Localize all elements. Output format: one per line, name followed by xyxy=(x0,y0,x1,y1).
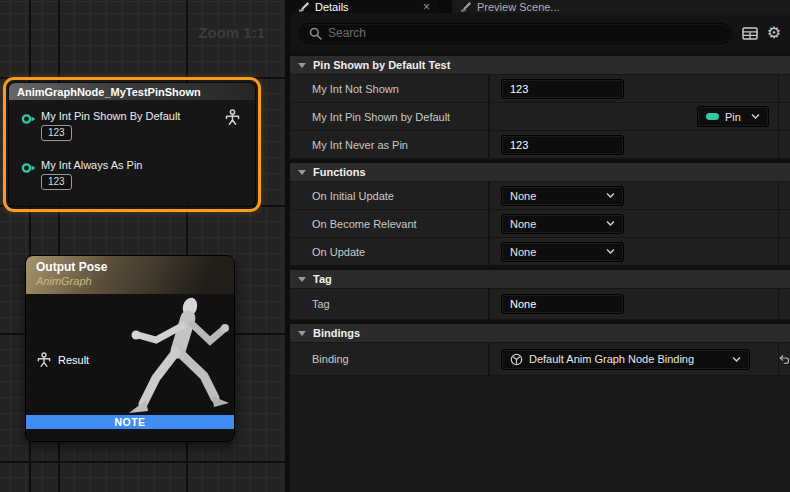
chevron-down-icon xyxy=(606,221,615,226)
on-update-dropdown[interactable]: None xyxy=(501,242,624,262)
property-row-on-initial-update: On Initial Update None xyxy=(290,182,790,210)
property-label: My Int Not Shown xyxy=(290,75,490,102)
tag-input[interactable] xyxy=(501,294,624,314)
note-badge[interactable]: NOTE xyxy=(26,415,234,429)
tab-label: Preview Scene... xyxy=(477,1,560,13)
chevron-down-icon xyxy=(606,193,615,198)
tab-separator xyxy=(438,0,452,13)
pin-row: My Int Always As Pin 123 xyxy=(9,141,255,190)
chevron-down-icon xyxy=(298,331,306,336)
dropdown-value: None xyxy=(510,246,600,258)
property-label: Tag xyxy=(290,289,490,319)
reset-to-default-icon[interactable] xyxy=(779,353,790,366)
category-title: Tag xyxy=(313,273,332,285)
pin-pill-icon xyxy=(706,113,719,120)
running-mannequin-image xyxy=(112,294,232,429)
property-label: My Int Never as Pin xyxy=(290,131,490,158)
binding-dropdown[interactable]: Default Anim Graph Node Binding xyxy=(501,349,750,370)
my-int-never-as-pin-input[interactable] xyxy=(501,135,624,155)
node-anim-graph-test[interactable]: AnimGraphNode_MyTestPinShown My Int Pin … xyxy=(3,77,261,212)
node-output-pose[interactable]: Output Pose AnimGraph xyxy=(25,255,235,442)
int-pin-icon[interactable] xyxy=(21,162,37,174)
category-title: Bindings xyxy=(313,327,360,339)
gear-icon[interactable]: ⚙ xyxy=(767,25,781,41)
dropdown-value: Default Anim Graph Node Binding xyxy=(529,353,726,365)
details-pen-icon xyxy=(460,1,472,12)
property-row-on-become-relevant: On Become Relevant None xyxy=(290,210,790,238)
chevron-down-icon xyxy=(751,114,760,119)
pose-pin-icon[interactable] xyxy=(224,109,241,126)
search-icon xyxy=(309,27,322,40)
property-label: Binding xyxy=(290,343,490,375)
pin-value-box[interactable]: 123 xyxy=(41,125,72,141)
tab-bar: Details × Preview Scene... xyxy=(290,0,790,13)
chevron-down-icon xyxy=(606,249,615,254)
on-initial-update-dropdown[interactable]: None xyxy=(501,186,624,206)
tab-label: Details xyxy=(315,1,418,13)
property-row-my-int-not-shown: My Int Not Shown xyxy=(290,75,790,103)
search-field[interactable] xyxy=(299,23,732,44)
node-subtitle: AnimGraph xyxy=(36,275,224,288)
property-label: On Update xyxy=(290,238,490,265)
pin-value-box[interactable]: 123 xyxy=(41,174,72,190)
close-icon[interactable]: × xyxy=(423,2,430,12)
pin-label: My Int Pin Shown By Default xyxy=(41,110,245,122)
node-title: Output Pose xyxy=(36,260,224,275)
details-panel: Details × Preview Scene... xyxy=(285,0,790,492)
dropdown-value: Pin xyxy=(725,111,745,123)
dropdown-value: None xyxy=(510,190,600,202)
binding-class-icon xyxy=(510,353,523,366)
chevron-down-icon xyxy=(732,357,741,362)
property-label: On Become Relevant xyxy=(290,210,490,237)
details-pen-icon xyxy=(298,1,310,12)
tab-preview-scene[interactable]: Preview Scene... xyxy=(452,0,790,13)
pin-label: My Int Always As Pin xyxy=(41,159,245,171)
category-title: Functions xyxy=(313,166,366,178)
property-row-on-update: On Update None xyxy=(290,238,790,266)
result-pin[interactable]: Result xyxy=(36,352,89,368)
tab-details[interactable]: Details × xyxy=(290,0,438,13)
category-bindings[interactable]: Bindings xyxy=(290,324,790,343)
property-row-tag: Tag xyxy=(290,289,790,320)
chevron-down-icon xyxy=(298,277,306,282)
category-functions[interactable]: Functions xyxy=(290,163,790,182)
view-options-icon[interactable] xyxy=(742,27,758,40)
search-row: ⚙ xyxy=(290,13,790,53)
node-header[interactable]: Output Pose AnimGraph xyxy=(26,256,234,294)
int-pin-icon[interactable] xyxy=(21,113,37,125)
search-input[interactable] xyxy=(328,26,722,40)
dropdown-value: None xyxy=(510,218,600,230)
category-pin-shown-by-default-test[interactable]: Pin Shown by Default Test xyxy=(290,56,790,75)
anim-graph-canvas[interactable]: Zoom 1:1 AnimGraphNode_MyTestPinShown My… xyxy=(0,0,285,492)
property-row-my-int-pin-shown-by-default: My Int Pin Shown by Default Pin xyxy=(290,103,790,131)
my-int-not-shown-input[interactable] xyxy=(501,79,624,99)
chevron-down-icon xyxy=(298,170,306,175)
property-row-binding: Binding Default Anim Graph Node Binding xyxy=(290,343,790,376)
on-become-relevant-dropdown[interactable]: None xyxy=(501,214,624,234)
node-body: AnimGraphNode_MyTestPinShown My Int Pin … xyxy=(8,82,256,207)
property-label: On Initial Update xyxy=(290,182,490,209)
category-title: Pin Shown by Default Test xyxy=(313,59,450,71)
pose-pin-icon xyxy=(36,352,52,368)
chevron-down-icon xyxy=(298,63,306,68)
zoom-level-label: Zoom 1:1 xyxy=(198,24,265,41)
app-window: Zoom 1:1 AnimGraphNode_MyTestPinShown My… xyxy=(0,0,790,492)
node-title[interactable]: AnimGraphNode_MyTestPinShown xyxy=(9,83,255,100)
property-row-my-int-never-as-pin: My Int Never as Pin xyxy=(290,131,790,159)
category-tag[interactable]: Tag xyxy=(290,270,790,289)
node-body: Result NOTE xyxy=(26,294,234,429)
property-label: My Int Pin Shown by Default xyxy=(290,103,490,130)
details-empty-area xyxy=(290,376,790,492)
pin-visibility-dropdown[interactable]: Pin xyxy=(697,106,769,127)
result-pin-label: Result xyxy=(58,354,89,366)
pin-row: My Int Pin Shown By Default 123 xyxy=(9,100,255,141)
details-body: Pin Shown by Default Test My Int Not Sho… xyxy=(290,53,790,492)
